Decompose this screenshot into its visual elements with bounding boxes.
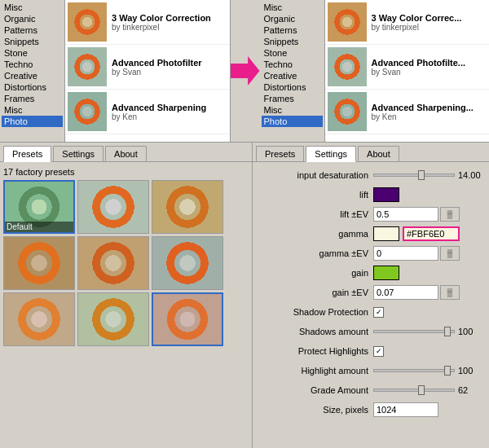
top-panel: Misc Organic Patterns Snippets Stone Tec… (0, 0, 489, 143)
highlight-amount-control: 100 (373, 366, 482, 376)
lift-ev-row: lift ±EV ▒ (259, 206, 482, 222)
sidebar-item-snippets[interactable]: Snippets (2, 36, 63, 47)
input-desaturation-label: input desaturation (259, 170, 373, 180)
right-sidebar-misc2[interactable]: Misc (262, 104, 323, 116)
lift-color-swatch[interactable] (373, 187, 399, 202)
shadows-amount-slider[interactable] (373, 330, 455, 333)
right-bottom-panel: Presets Settings About input desaturatio… (253, 143, 489, 448)
plugin-name-3way: 3 Way Color Correction (112, 13, 227, 23)
right-tab-about[interactable]: About (358, 146, 399, 161)
gain-ev-btn[interactable]: ▒ (440, 285, 460, 300)
settings-panel: input desaturation 14.00 lift lift ±EV (253, 162, 489, 426)
right-tab-presets[interactable]: Presets (256, 146, 304, 161)
left-tab-settings[interactable]: Settings (53, 146, 104, 161)
preset-thumb-default[interactable]: Default (3, 180, 75, 234)
right-sidebar-stone[interactable]: Stone (262, 47, 323, 59)
left-tab-about[interactable]: About (105, 146, 147, 161)
preset-thumb-9[interactable] (152, 292, 223, 346)
sidebar-item-photo[interactable]: Photo (2, 116, 63, 127)
shadow-protection-label: Shadow Protection (259, 307, 373, 317)
grade-amount-slider[interactable] (373, 389, 455, 392)
plugin-item-3way[interactable]: 3 Way Color Correction by tinkerpixel (65, 0, 230, 45)
plugin-thumb-3way (68, 2, 107, 42)
plugin-item-photofilter[interactable]: Advanced Photofilter by Svan (65, 45, 230, 90)
sidebar-item-distortions[interactable]: Distortions (2, 81, 63, 93)
right-sidebar-frames[interactable]: Frames (262, 93, 323, 104)
sidebar-item-organic[interactable]: Organic (2, 13, 63, 24)
plugin-item-sharpening[interactable]: Advanced Sharpening by Ken (65, 90, 230, 134)
gain-ev-input[interactable] (373, 285, 438, 300)
sidebar-item-misc2[interactable]: Misc (2, 104, 63, 116)
preset-thumb-6[interactable] (152, 236, 223, 290)
right-plugin-author-photofilter: by Svan (372, 68, 487, 77)
left-tab-presets[interactable]: Presets (3, 146, 51, 162)
sidebar-item-misc1[interactable]: Misc (2, 2, 63, 13)
grade-amount-thumb[interactable] (418, 385, 425, 395)
plugin-name-photofilter: Advanced Photofilter (112, 58, 227, 68)
plugin-author-3way: by tinkerpixel (112, 23, 227, 32)
right-tab-settings[interactable]: Settings (306, 146, 356, 162)
right-sidebar-techno[interactable]: Techno (262, 59, 323, 70)
right-tab-bar: Presets Settings About (253, 143, 489, 162)
size-pixels-input[interactable] (373, 402, 438, 417)
gamma-ev-input[interactable] (373, 246, 438, 261)
gamma-hex-input[interactable] (403, 226, 460, 241)
preset-thumb-2[interactable] (77, 180, 149, 234)
right-plugin-name-3way: 3 Way Color Correc... (372, 13, 487, 23)
preset-thumb-7[interactable] (3, 292, 75, 346)
right-plugin-item-sharpening[interactable]: Advanced Sharpening... by Ken (325, 90, 490, 134)
highlight-amount-thumb[interactable] (444, 366, 451, 376)
preset-thumb-4[interactable] (3, 236, 75, 290)
input-desaturation-thumb[interactable] (418, 170, 425, 180)
sidebar-item-techno[interactable]: Techno (2, 59, 63, 70)
right-plugin-item-3way[interactable]: 3 Way Color Correc... by tinkerpixel (325, 0, 490, 45)
gamma-control (373, 226, 482, 241)
highlight-amount-label: Highlight amount (259, 366, 373, 376)
right-plugin-items: 3 Way Color Correc... by tinkerpixel Adv… (325, 0, 490, 142)
sidebar-item-patterns[interactable]: Patterns (2, 24, 63, 36)
highlight-amount-value: 100 (458, 366, 482, 376)
shadow-protection-control (373, 307, 482, 318)
lift-ev-btn[interactable]: ▒ (440, 207, 460, 222)
arrow-icon (231, 56, 260, 86)
plugin-thumb-photofilter (68, 47, 107, 86)
highlight-amount-row: Highlight amount 100 (259, 362, 482, 379)
right-sidebar-organic[interactable]: Organic (262, 13, 323, 24)
right-sidebar-snippets[interactable]: Snippets (262, 36, 323, 47)
gain-ev-row: gain ±EV ▒ (259, 284, 482, 301)
gain-ev-control: ▒ (373, 285, 482, 300)
right-plugin-info-sharpening: Advanced Sharpening... by Ken (372, 103, 487, 121)
highlight-amount-slider[interactable] (373, 369, 455, 372)
gain-color-swatch[interactable] (373, 266, 399, 280)
preset-thumb-8[interactable] (77, 292, 149, 346)
right-sidebar-misc1[interactable]: Misc (262, 2, 323, 13)
gamma-ev-btn[interactable]: ▒ (440, 246, 460, 261)
gain-ev-label: gain ±EV (259, 288, 373, 297)
right-sidebar-patterns[interactable]: Patterns (262, 24, 323, 36)
lift-ev-input[interactable] (373, 207, 438, 222)
right-plugin-list: Misc Organic Patterns Snippets Stone Tec… (260, 0, 490, 142)
shadows-amount-value: 100 (458, 327, 482, 336)
sidebar-item-creative[interactable]: Creative (2, 70, 63, 81)
lift-row: lift (259, 187, 482, 203)
shadow-protection-checkbox[interactable] (373, 307, 384, 318)
input-desaturation-slider[interactable] (373, 173, 455, 177)
right-sidebar-distortions[interactable]: Distortions (262, 81, 323, 93)
sidebar-item-frames[interactable]: Frames (2, 93, 63, 104)
protect-highlights-row: Protect Highlights (259, 343, 482, 359)
left-plugin-list: Misc Organic Patterns Snippets Stone Tec… (0, 0, 231, 142)
preset-thumb-5[interactable] (77, 236, 149, 290)
protect-highlights-checkbox[interactable] (373, 346, 384, 357)
right-plugin-item-photofilter[interactable]: Advanced Photofilte... by Svan (325, 45, 490, 90)
right-sidebar-creative[interactable]: Creative (262, 70, 323, 81)
right-sidebar-photo[interactable]: Photo (262, 116, 323, 127)
protect-highlights-label: Protect Highlights (259, 346, 373, 356)
sidebar-item-stone[interactable]: Stone (2, 47, 63, 59)
lift-control (373, 187, 482, 202)
plugin-name-sharpening: Advanced Sharpening (112, 103, 227, 112)
shadow-protection-row: Shadow Protection (259, 304, 482, 320)
shadows-amount-thumb[interactable] (444, 327, 451, 336)
preset-thumb-3[interactable] (152, 180, 223, 234)
gain-row: gain (259, 265, 482, 281)
gamma-color-swatch[interactable] (373, 226, 399, 241)
